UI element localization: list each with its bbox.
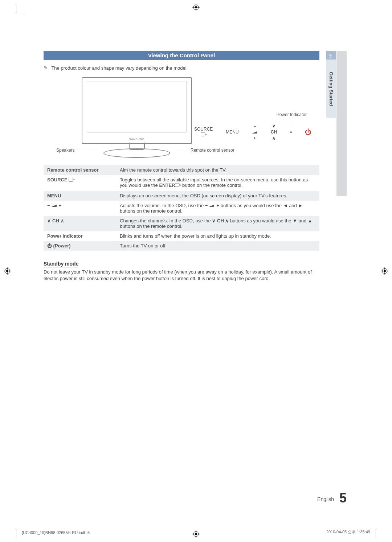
svg-rect-19 [175,183,179,187]
control-desc: Adjusts the volume. In the OSD, use the … [116,201,319,216]
menu-button-label: MENU [226,130,238,135]
section-title-banner: Viewing the Control Panel [44,51,319,60]
table-row: SOURCE Toggles between all the available… [44,175,319,191]
note-text: The product colour and shape may vary de… [51,65,188,71]
svg-point-11 [384,270,386,272]
control-desc: Aim the remote control towards this spot… [116,165,319,175]
chapter-tab: 01 Getting Started [326,51,336,114]
control-desc: Blinks and turns off when the power is o… [116,231,319,241]
note-icon: ✎ [44,65,48,71]
chapter-number: 01 [326,51,336,59]
svg-marker-20 [52,205,57,207]
tv-brand-logo: SAMSUNG [129,138,144,140]
control-label: − + [44,201,116,216]
ch-text: CH [52,218,59,223]
control-label: Remote control sensor [44,165,116,175]
crop-mark [16,529,25,529]
svg-rect-16 [201,132,205,136]
table-row: ∨ CH ∧ Changes the channels. In the OSD,… [44,216,319,231]
vol-icon-inline: − + [205,203,219,208]
chapter-title: Getting Started [326,59,336,118]
control-label: ⏻ (Power) [44,241,116,251]
registration-mark-icon [381,267,388,275]
table-row: − + Adjusts the volume. In the OSD, use … [44,201,319,216]
enter-icon [175,183,181,189]
callout-line [78,150,96,150]
desc-pre: Changes the channels. In the OSD, use th… [120,218,212,223]
minus-icon: − [47,203,50,208]
control-desc: Displays an on-screen menu, the OSD (on … [116,191,319,201]
chevron-down-icon: ∨ [47,218,51,223]
controls-table: Remote control sensor Aim the remote con… [44,165,319,251]
tv-body: SAMSUNG [82,77,192,144]
note-line: ✎ The product colour and shape may vary … [44,65,319,71]
table-row: MENU Displays an on-screen menu, the OSD… [44,191,319,201]
tv-screen [87,82,187,132]
control-label: Power Indicator [44,231,116,241]
chevron-up-icon: ∧ [61,218,64,223]
label-suffix: (Power) [52,243,70,249]
control-desc: Turns the TV on or off. [116,241,319,251]
crop-mark [16,13,25,13]
svg-point-7 [6,270,8,272]
power-icon: ⏻ [305,128,311,136]
footer-language: English [317,496,334,502]
callout-remote-sensor: Remote control sensor [191,148,234,153]
table-row: ⏻ (Power) Turns the TV on or off. [44,241,319,251]
chevron-up-icon: ∧ [272,136,275,141]
control-desc: Changes the channels. In the OSD, use th… [116,216,319,231]
registration-mark-icon [192,530,200,538]
page-content: Viewing the Control Panel ✎ The product … [44,51,319,282]
vol-minus: − [253,124,256,129]
source-button-label: SOURCE [194,127,213,138]
standby-heading: Standby mode [44,261,78,267]
callout-speakers: Speakers [56,148,75,153]
indicator-dot-icon [290,131,292,133]
crop-mark [16,4,16,13]
source-text: SOURCE [194,127,213,132]
svg-point-15 [195,533,197,535]
volume-button-label: − + [252,124,258,141]
speaker-icon [252,130,258,135]
table-row: Remote control sensor Aim the remote con… [44,165,319,175]
ch-icon-inline: ∨ CH ∧ [212,218,229,223]
svg-rect-18 [69,178,73,181]
footer-file-ref: [UC4000_19]BN68-02655H-RU.indb 5 [22,530,90,535]
power-icon: ⏻ [47,243,52,249]
table-row: Power Indicator Blinks and turns off whe… [44,231,319,241]
svg-marker-21 [209,205,214,207]
svg-marker-17 [252,131,257,134]
callout-power-indicator: Power Indicator [277,112,307,117]
side-gray-strip [336,51,347,196]
footer-page-number: 5 [339,490,347,506]
vol-plus: + [253,136,256,141]
plus-icon: + [59,203,62,208]
enter-icon [201,132,207,138]
crop-mark [16,529,16,538]
label-text: SOURCE [47,177,68,182]
svg-point-3 [195,6,197,8]
registration-mark-icon [4,267,11,275]
control-label: ∨ CH ∧ [44,216,116,231]
channel-button-label: ∨ CH ∧ [271,124,277,141]
callout-line [176,132,194,132]
desc-mid: ENTER [159,182,175,188]
enter-icon [69,178,74,183]
desc-pre: Adjusts the volume. In the OSD, use the [120,203,205,208]
tv-diagram: SAMSUNG Power Indicator SOURCE MENU − + … [56,77,307,157]
crop-mark [376,529,376,538]
footer-timestamp: 2010-04-05 오후 1:35:49 [326,529,370,535]
tv-stand-base [103,148,170,158]
control-label: SOURCE [44,175,116,191]
control-desc: Toggles between all the available input … [116,175,319,191]
ch-text: CH [271,130,277,135]
registration-mark-icon [192,4,200,11]
desc-post: button on the remote control. [181,182,242,188]
callout-line [176,150,191,150]
speaker-icon [52,204,57,208]
standby-text: Do not leave your TV in standby mode for… [44,269,312,282]
chevron-down-icon: ∨ [272,124,275,128]
control-label: MENU [44,191,116,201]
panel-buttons-row: SOURCE MENU − + ∨ CH ∧ ⏻ [194,124,311,141]
